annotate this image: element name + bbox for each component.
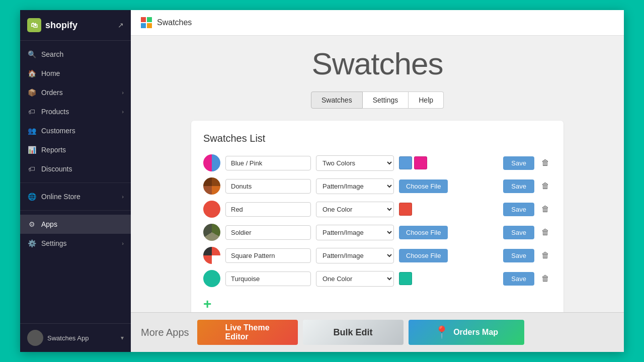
main-content: Swatches Swatches Swatches Settings Help… [131, 10, 624, 352]
svg-rect-2 [141, 23, 146, 28]
swatch-type-select-square-pattern[interactable]: Pattern/ImageOne ColorTwo Colors [316, 248, 394, 263]
search-icon: 🔍 [27, 50, 36, 59]
choose-file-button-soldier[interactable]: Choose File [399, 226, 448, 239]
settings-arrow: › [122, 240, 124, 246]
shopify-logo[interactable]: 🛍 shopify [27, 18, 77, 32]
sidebar-item-orders[interactable]: 📦 Orders › [20, 83, 131, 102]
delete-button-soldier[interactable]: 🗑 [539, 226, 551, 239]
choose-file-button-donuts[interactable]: Choose File [399, 179, 448, 193]
swatch-name-input-blue-pink[interactable] [225, 156, 311, 170]
save-button-red[interactable]: Save [503, 203, 534, 216]
save-button-square-pattern[interactable]: Save [503, 249, 534, 262]
bottom-bar: More Apps Live ThemeEditor Bulk Edit 📍 O… [131, 312, 624, 352]
delete-button-red[interactable]: 🗑 [539, 203, 551, 216]
swatch-row-turquoise: One ColorTwo ColorsPattern/Image Save 🗑 [203, 270, 551, 287]
sidebar-item-reports[interactable]: 📊 Reports [20, 140, 131, 159]
avatar [27, 330, 43, 346]
swatch-preview-blue-pink [203, 154, 220, 171]
shopify-label: shopify [45, 20, 77, 31]
tab-bar: Swatches Settings Help [311, 92, 444, 109]
orders-arrow: › [122, 89, 124, 96]
color-swatch-blue[interactable] [399, 156, 412, 169]
page-title: Swatches [312, 46, 443, 81]
swatch-preview-red [203, 201, 220, 218]
swatch-preview-donuts [203, 177, 220, 195]
swatch-type-select-donuts[interactable]: Pattern/ImageOne ColorTwo Colors [316, 178, 394, 194]
orders-map-label: Orders Map [453, 328, 498, 337]
sidebar-item-discounts[interactable]: 🏷 Discounts [20, 159, 131, 178]
online-store-arrow: › [122, 194, 124, 200]
save-button-blue-pink[interactable]: Save [503, 156, 534, 170]
color-swatch-red[interactable] [399, 203, 412, 216]
delete-button-blue-pink[interactable]: 🗑 [539, 156, 551, 169]
swatch-colors-turquoise [399, 272, 412, 285]
sidebar-item-online-store[interactable]: 🌐 Online Store › [20, 187, 131, 206]
tab-settings[interactable]: Settings [363, 92, 409, 109]
sidebar-item-home[interactable]: 🏠 Home [20, 64, 131, 83]
reports-icon: 📊 [27, 145, 36, 154]
swatch-name-input-turquoise[interactable] [225, 272, 311, 286]
delete-button-square-pattern[interactable]: 🗑 [539, 249, 551, 262]
add-swatch-button[interactable]: + [203, 296, 211, 312]
tab-swatches[interactable]: Swatches [311, 92, 363, 109]
footer-label: Swatches App [47, 334, 117, 342]
color-swatch-pink[interactable] [414, 156, 427, 169]
sidebar-settings-label: Settings [41, 239, 117, 247]
save-button-soldier[interactable]: Save [503, 226, 534, 239]
external-link-icon[interactable]: ↗ [118, 21, 124, 29]
choose-file-button-square-pattern[interactable]: Choose File [399, 249, 448, 262]
topbar: Swatches [131, 10, 624, 36]
swatch-type-select-turquoise[interactable]: One ColorTwo ColorsPattern/Image [316, 271, 394, 287]
sidebar-item-settings[interactable]: ⚙️ Settings › [20, 234, 131, 253]
settings-icon: ⚙️ [27, 239, 36, 248]
home-icon: 🏠 [27, 69, 36, 78]
sidebar-home-label: Home [41, 69, 124, 77]
app-live-theme[interactable]: Live ThemeEditor [197, 320, 298, 345]
sidebar-item-apps[interactable]: ⚙ Apps [20, 215, 131, 234]
sidebar-nav: 🔍 Search 🏠 Home 📦 Orders › 🏷 Products › [20, 41, 131, 323]
sidebar-online-store-label: Online Store [41, 193, 117, 201]
swatch-colors-red [399, 203, 412, 216]
svg-rect-3 [147, 23, 152, 28]
swatches-list-title: Swatches List [203, 133, 551, 144]
delete-button-donuts[interactable]: 🗑 [539, 179, 551, 193]
app-orders-map[interactable]: 📍 Orders Map [409, 320, 524, 345]
sidebar-item-products[interactable]: 🏷 Products › [20, 102, 131, 121]
sidebar-footer[interactable]: Swatches App ▾ [20, 323, 131, 352]
sidebar-orders-label: Orders [41, 88, 117, 97]
swatch-colors-blue-pink [399, 156, 427, 169]
swatch-name-input-donuts[interactable] [225, 179, 311, 194]
swatch-type-select-red[interactable]: One ColorTwo ColorsPattern/Image [316, 202, 394, 217]
sidebar: 🛍 shopify ↗ 🔍 Search 🏠 Home 📦 Orders › [20, 10, 131, 352]
topbar-title: Swatches [157, 18, 192, 27]
footer-collapse-icon[interactable]: ▾ [121, 334, 124, 341]
svg-rect-0 [141, 17, 146, 22]
content-area: Swatches Swatches Settings Help Swatches… [131, 36, 624, 312]
swatch-name-input-red[interactable] [225, 202, 311, 217]
products-arrow: › [122, 109, 124, 115]
sidebar-header: 🛍 shopify ↗ [20, 10, 131, 41]
swatch-row-donuts: Pattern/ImageOne ColorTwo Colors Choose … [203, 177, 551, 195]
orders-icon: 📦 [27, 88, 36, 97]
sidebar-discounts-label: Discounts [41, 165, 124, 173]
app-flag-icon [141, 17, 152, 28]
color-swatch-turquoise[interactable] [399, 272, 412, 285]
swatch-row-square-pattern: Pattern/ImageOne ColorTwo Colors Choose … [203, 247, 551, 264]
tab-help[interactable]: Help [409, 92, 444, 109]
sidebar-item-customers[interactable]: 👥 Customers [20, 121, 131, 140]
save-button-turquoise[interactable]: Save [503, 272, 534, 286]
nav-divider-2 [20, 210, 131, 211]
delete-button-turquoise[interactable]: 🗑 [539, 272, 551, 285]
app-bulk-edit[interactable]: Bulk Edit [303, 320, 404, 345]
swatch-type-select-blue-pink[interactable]: Two ColorsOne ColorPattern/Image [316, 155, 394, 171]
swatch-type-select-soldier[interactable]: Pattern/ImageOne ColorTwo Colors [316, 225, 394, 240]
discounts-icon: 🏷 [27, 164, 36, 173]
bulk-edit-label: Bulk Edit [334, 327, 373, 338]
sidebar-item-search[interactable]: 🔍 Search [20, 45, 131, 64]
save-button-donuts[interactable]: Save [503, 179, 534, 193]
swatch-name-input-square-pattern[interactable] [225, 248, 311, 263]
more-apps-label: More Apps [141, 327, 189, 338]
swatch-name-input-soldier[interactable] [225, 225, 311, 240]
swatch-row-red: One ColorTwo ColorsPattern/Image Save 🗑 [203, 201, 551, 218]
swatches-card: Swatches List Two ColorsOne ColorPattern… [191, 121, 564, 312]
